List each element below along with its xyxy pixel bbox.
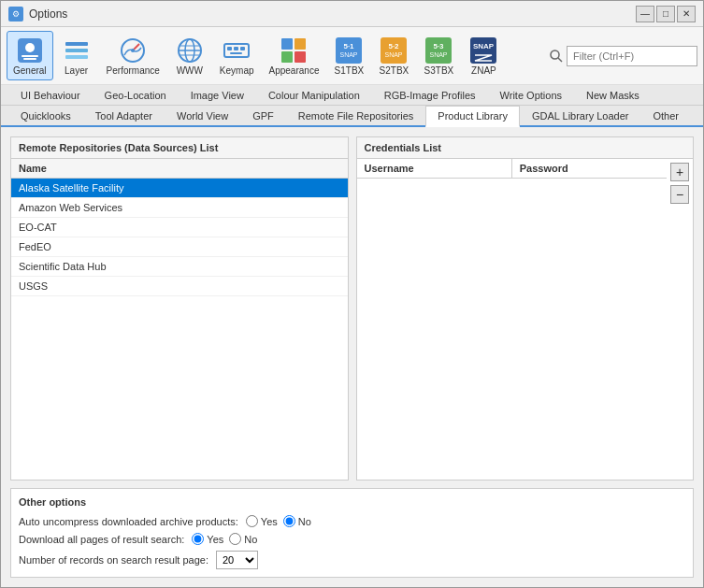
download-pages-yes-text: Yes <box>207 534 223 545</box>
toolbar-www[interactable]: WWW <box>168 31 211 80</box>
minimize-button[interactable]: — <box>636 6 654 22</box>
auto-uncompress-no-radio[interactable] <box>283 515 295 527</box>
creds-col-headers: Username Password <box>357 159 668 179</box>
toolbar-performance[interactable]: Performance <box>100 31 166 80</box>
repos-name-header: Name <box>11 159 348 178</box>
add-credential-button[interactable]: + <box>670 163 689 181</box>
general-icon <box>15 36 45 65</box>
layer-icon <box>62 36 92 65</box>
auto-uncompress-yes-radio[interactable] <box>246 515 258 527</box>
tab-colour-manipulation[interactable]: Colour Manipulation <box>256 85 372 105</box>
znap-icon: SNAP <box>468 36 498 65</box>
svg-rect-21 <box>281 51 293 63</box>
other-options-title: Other options <box>19 496 685 508</box>
content-area: Remote Repositories (Data Sources) List … <box>1 127 703 587</box>
repos-col-headers: Name <box>11 159 348 179</box>
toolbar-znap[interactable]: SNAP ZNAP <box>462 31 505 80</box>
svg-rect-20 <box>295 38 306 50</box>
bottom-options: Other options Auto uncompress downloaded… <box>10 488 694 578</box>
keymap-icon <box>222 36 251 65</box>
toolbar-layer-label: Layer <box>65 65 88 76</box>
tab-gpf[interactable]: GPF <box>240 106 286 125</box>
toolbar-general-label: General <box>13 65 47 76</box>
svg-text:5·3: 5·3 <box>434 42 445 50</box>
auto-uncompress-no-text: No <box>298 516 311 527</box>
toolbar-general[interactable]: General <box>7 31 53 80</box>
auto-uncompress-no-label[interactable]: No <box>283 515 311 527</box>
svg-rect-17 <box>240 47 245 50</box>
tab-rgb-image-profiles[interactable]: RGB-Image Profiles <box>372 85 488 105</box>
remove-credential-button[interactable]: − <box>670 185 689 204</box>
tab-gdal-library-loader[interactable]: GDAL Library Loader <box>520 106 641 125</box>
repos-list: Alaska Satellite Facility Amazon Web Ser… <box>11 179 348 480</box>
credentials-list: Username Password <box>357 159 668 480</box>
performance-icon <box>118 36 148 65</box>
search-icon <box>550 50 563 63</box>
svg-line-35 <box>558 58 562 62</box>
tab-write-options[interactable]: Write Options <box>488 85 574 105</box>
svg-rect-19 <box>281 38 293 50</box>
toolbar-performance-label: Performance <box>107 65 160 76</box>
toolbar-appearance[interactable]: Appearance <box>263 31 326 80</box>
auto-uncompress-row: Auto uncompress downloaded archive produ… <box>19 515 685 527</box>
svg-rect-6 <box>65 55 88 59</box>
tab-image-view[interactable]: Image View <box>179 85 256 105</box>
svg-text:SNAP: SNAP <box>385 51 403 58</box>
records-per-page-select[interactable]: 10 20 50 100 <box>216 551 258 569</box>
tab-remote-file-repos[interactable]: Remote File Repositories <box>286 106 426 125</box>
list-item[interactable]: EO-CAT <box>11 218 348 237</box>
appearance-icon <box>279 36 309 65</box>
toolbar-s1tbx-label: S1TBX <box>335 65 365 76</box>
download-pages-yes-radio[interactable] <box>192 533 204 545</box>
toolbar-s1tbx[interactable]: 5·1 SNAP S1TBX <box>327 31 370 80</box>
remote-repos-panel: Remote Repositories (Data Sources) List … <box>10 136 349 480</box>
close-button[interactable]: ✕ <box>677 6 696 22</box>
filter-input[interactable] <box>567 46 697 66</box>
options-window: ⚙ Options — □ ✕ General <box>0 0 704 588</box>
auto-uncompress-radios: Yes No <box>246 515 311 527</box>
tab-other[interactable]: Other <box>640 106 691 125</box>
svg-rect-5 <box>65 49 88 52</box>
toolbar-s2tbx[interactable]: 5·2 SNAP S2TBX <box>372 31 415 80</box>
toolbar-layer[interactable]: Layer <box>55 31 98 80</box>
list-item[interactable]: USGS <box>11 277 348 296</box>
tab-world-view[interactable]: World View <box>165 106 240 125</box>
toolbar-znap-label: ZNAP <box>471 65 496 76</box>
list-item[interactable]: Amazon Web Services <box>11 198 348 218</box>
svg-text:SNAP: SNAP <box>340 51 358 58</box>
tab-product-library[interactable]: Product Library <box>425 106 520 127</box>
tab-quicklooks[interactable]: Quicklooks <box>8 106 83 125</box>
toolbar-keymap[interactable]: Keymap <box>213 31 261 80</box>
svg-rect-16 <box>234 47 238 50</box>
tab-new-masks[interactable]: New Masks <box>574 85 652 105</box>
main-toolbar: General Layer Per <box>1 27 703 85</box>
svg-text:SNAP: SNAP <box>473 42 495 50</box>
title-bar: ⚙ Options — □ ✕ <box>1 1 703 27</box>
list-item[interactable]: Scientific Data Hub <box>11 257 348 277</box>
svg-text:5·2: 5·2 <box>389 42 400 50</box>
auto-uncompress-yes-label[interactable]: Yes <box>246 515 278 527</box>
list-item[interactable]: FedEO <box>11 237 348 257</box>
download-pages-no-label[interactable]: No <box>229 533 257 545</box>
tab-geo-location[interactable]: Geo-Location <box>93 85 179 105</box>
list-item[interactable]: Alaska Satellite Facility <box>11 179 348 198</box>
credentials-title: Credentials List <box>357 137 694 159</box>
maximize-button[interactable]: □ <box>656 6 675 22</box>
svg-text:5·1: 5·1 <box>344 42 355 50</box>
svg-point-1 <box>25 43 35 52</box>
window-title: Options <box>29 7 67 21</box>
remote-repos-title: Remote Repositories (Data Sources) List <box>11 137 348 159</box>
toolbar-s2tbx-label: S2TBX <box>380 65 409 76</box>
credentials-panel: Credentials List Username Password + − <box>356 136 695 480</box>
download-pages-yes-label[interactable]: Yes <box>192 533 223 545</box>
toolbar-s3tbx[interactable]: 5·3 SNAP S3TBX <box>417 31 460 80</box>
tabs-row-1: UI Behaviour Geo-Location Image View Col… <box>1 85 703 106</box>
download-pages-no-radio[interactable] <box>229 533 241 545</box>
download-pages-radios: Yes No <box>192 533 257 545</box>
tab-tool-adapter[interactable]: Tool Adapter <box>83 106 165 125</box>
svg-text:SNAP: SNAP <box>430 51 448 58</box>
svg-rect-22 <box>295 51 306 63</box>
toolbar-appearance-label: Appearance <box>269 65 320 76</box>
app-icon: ⚙ <box>8 7 23 22</box>
tab-ui-behaviour[interactable]: UI Behaviour <box>8 85 93 105</box>
